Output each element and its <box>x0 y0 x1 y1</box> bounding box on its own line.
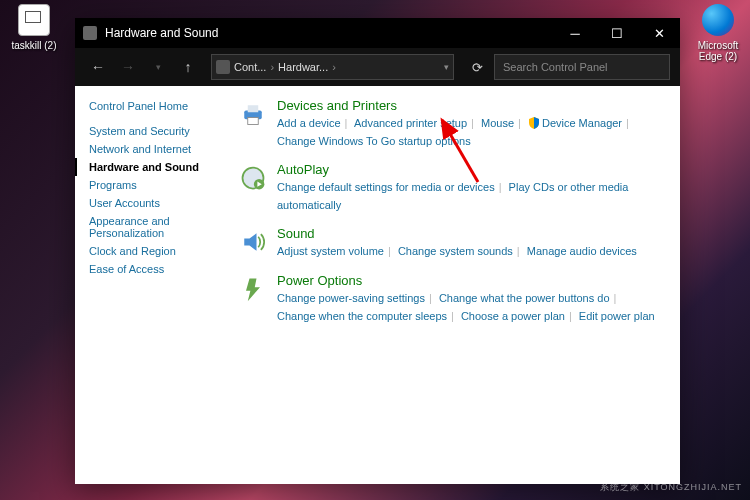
control-panel-icon <box>216 60 230 74</box>
forward-button[interactable]: → <box>115 54 141 80</box>
content-area: Control Panel Home System and Security N… <box>75 86 680 484</box>
file-icon <box>18 4 50 36</box>
sidebar-item-ease[interactable]: Ease of Access <box>89 260 217 278</box>
autoplay-icon <box>239 164 267 192</box>
app-icon <box>83 26 97 40</box>
link-add-device[interactable]: Add a device <box>277 117 341 129</box>
link-system-volume[interactable]: Adjust system volume <box>277 245 384 257</box>
svg-rect-1 <box>248 105 259 112</box>
link-computer-sleeps[interactable]: Change when the computer sleeps <box>277 310 447 322</box>
sidebar-item-hardware[interactable]: Hardware and Sound <box>89 158 217 176</box>
category-title[interactable]: Devices and Printers <box>277 98 666 113</box>
printer-icon <box>239 100 267 128</box>
power-icon <box>239 275 267 303</box>
sidebar-item-users[interactable]: User Accounts <box>89 194 217 212</box>
breadcrumb-seg[interactable]: Cont... <box>234 61 266 73</box>
titlebar[interactable]: Hardware and Sound ─ ☐ ✕ <box>75 18 680 48</box>
minimize-button[interactable]: ─ <box>554 18 596 48</box>
category-power: Power Options Change power-saving settin… <box>239 273 666 325</box>
category-title[interactable]: Power Options <box>277 273 666 288</box>
sidebar-item-appearance[interactable]: Appearance and Personalization <box>89 212 217 242</box>
search-input[interactable]: Search Control Panel <box>494 54 670 80</box>
link-edit-plan[interactable]: Edit power plan <box>579 310 655 322</box>
link-system-sounds[interactable]: Change system sounds <box>398 245 513 257</box>
maximize-button[interactable]: ☐ <box>596 18 638 48</box>
category-autoplay: AutoPlay Change default settings for med… <box>239 162 666 214</box>
desktop-icon-taskkill[interactable]: taskkill (2) <box>10 4 58 51</box>
link-windows-to-go[interactable]: Change Windows To Go startup options <box>277 135 471 147</box>
sidebar-header[interactable]: Control Panel Home <box>89 100 217 112</box>
breadcrumb-sep: › <box>270 61 274 73</box>
close-button[interactable]: ✕ <box>638 18 680 48</box>
edge-icon <box>702 4 734 36</box>
category-devices: Devices and Printers Add a device| Advan… <box>239 98 666 150</box>
chevron-down-icon[interactable]: ▾ <box>444 62 449 72</box>
up-button[interactable]: ↑ <box>175 54 201 80</box>
sidebar-item-network[interactable]: Network and Internet <box>89 140 217 158</box>
navbar: ← → ▾ ↑ Cont... › Hardwar... › ▾ ⟳ Searc… <box>75 48 680 86</box>
category-title[interactable]: AutoPlay <box>277 162 666 177</box>
watermark: 系统之家 XITONGZHIJIA.NET <box>600 481 742 494</box>
sidebar-item-system[interactable]: System and Security <box>89 122 217 140</box>
search-placeholder: Search Control Panel <box>503 61 608 73</box>
link-advanced-printer[interactable]: Advanced printer setup <box>354 117 467 129</box>
link-choose-plan[interactable]: Choose a power plan <box>461 310 565 322</box>
desktop-icon-label: taskkill (2) <box>10 40 58 51</box>
link-power-saving[interactable]: Change power-saving settings <box>277 292 425 304</box>
sidebar: Control Panel Home System and Security N… <box>75 86 225 484</box>
category-title[interactable]: Sound <box>277 226 666 241</box>
window-title: Hardware and Sound <box>105 26 218 40</box>
address-bar[interactable]: Cont... › Hardwar... › ▾ <box>211 54 454 80</box>
recent-dropdown[interactable]: ▾ <box>145 54 171 80</box>
desktop-icon-label: Microsoft Edge (2) <box>694 40 742 62</box>
refresh-button[interactable]: ⟳ <box>464 60 490 75</box>
speaker-icon <box>239 228 267 256</box>
link-autoplay-defaults[interactable]: Change default settings for media or dev… <box>277 181 495 193</box>
desktop-icon-edge[interactable]: Microsoft Edge (2) <box>694 4 742 62</box>
sidebar-item-programs[interactable]: Programs <box>89 176 217 194</box>
sidebar-item-clock[interactable]: Clock and Region <box>89 242 217 260</box>
link-mouse[interactable]: Mouse <box>481 117 514 129</box>
shield-icon <box>528 117 540 129</box>
link-device-manager[interactable]: Device Manager <box>542 117 622 129</box>
main-panel: Devices and Printers Add a device| Advan… <box>225 86 680 484</box>
back-button[interactable]: ← <box>85 54 111 80</box>
breadcrumb-sep: › <box>332 61 336 73</box>
control-panel-window: Hardware and Sound ─ ☐ ✕ ← → ▾ ↑ Cont...… <box>75 18 680 484</box>
category-sound: Sound Adjust system volume| Change syste… <box>239 226 666 261</box>
link-audio-devices[interactable]: Manage audio devices <box>527 245 637 257</box>
breadcrumb-seg[interactable]: Hardwar... <box>278 61 328 73</box>
link-power-buttons[interactable]: Change what the power buttons do <box>439 292 610 304</box>
svg-rect-2 <box>248 118 259 125</box>
